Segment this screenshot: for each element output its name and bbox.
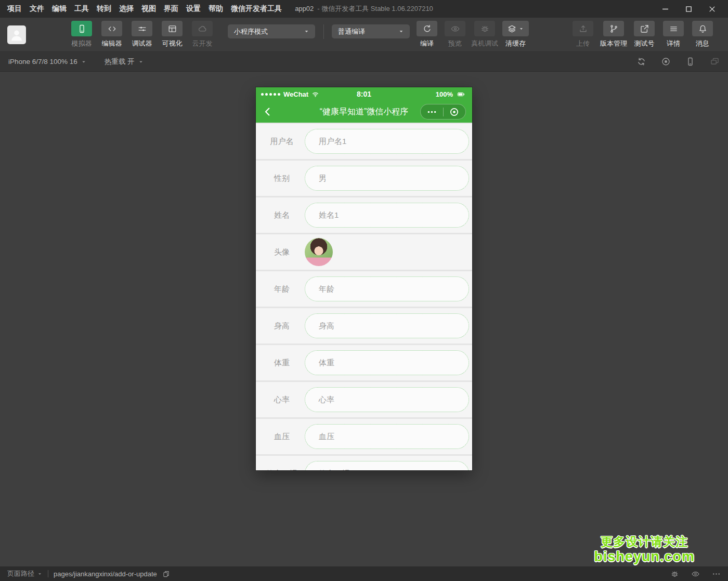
footer-debug-button[interactable]: [670, 570, 679, 578]
mode-select-value: 小程序模式: [234, 27, 268, 36]
age-input[interactable]: 年龄: [305, 276, 469, 301]
test-account-button: [634, 21, 655, 36]
menu-item-11[interactable]: 微信开发者工具: [231, 4, 282, 14]
toolbar-simulator[interactable]: 模拟器: [70, 21, 94, 48]
username-input[interactable]: 用户名1: [305, 129, 469, 154]
toolbar-details[interactable]: 详情: [661, 21, 685, 48]
watermark: 更多设计请关注 bisheyun.com: [594, 535, 695, 564]
record-screen-button[interactable]: [661, 57, 671, 67]
details-button: [663, 21, 684, 36]
heart-rate-input[interactable]: 心率: [305, 387, 469, 412]
layers-icon: [507, 24, 517, 34]
avatar-image[interactable]: [305, 238, 333, 266]
panel-toggle-group: 模拟器编辑器调试器可视化云开发: [70, 21, 214, 48]
sliders-icon: [137, 24, 147, 34]
toolbar-test-account[interactable]: 测试号: [632, 21, 656, 48]
blood-pressure-input[interactable]: 血压: [305, 424, 469, 449]
branch-icon: [609, 24, 619, 34]
back-button[interactable]: [262, 106, 274, 117]
detach-window-button[interactable]: [710, 57, 720, 67]
device-select[interactable]: iPhone 6/7/8 100% 16: [8, 58, 87, 65]
device-frame-button[interactable]: [685, 57, 695, 67]
menu-item-4[interactable]: 工具: [74, 4, 89, 14]
window-title-app: app02: [295, 5, 314, 12]
simulator-canvas: WeChat 8:01 100% “健康早知道”微信小程序 用户名用户名: [0, 72, 728, 566]
toolbar-upload[interactable]: 上传: [571, 21, 595, 48]
form-row-age: 年龄年龄: [256, 271, 472, 307]
copy-icon[interactable]: [162, 570, 170, 578]
phone-simulator: WeChat 8:01 100% “健康早知道”微信小程序 用户名用户名: [256, 87, 472, 470]
menu-item-9[interactable]: 设置: [186, 4, 201, 14]
maximize-button[interactable]: [684, 5, 693, 14]
minimize-button[interactable]: [661, 5, 670, 14]
toolbar-cloud-dev[interactable]: 云开发: [190, 21, 214, 48]
diet-habit-input[interactable]: 饮食习惯: [305, 461, 469, 470]
menu-item-6[interactable]: 选择: [119, 4, 134, 14]
toolbar-right-group: 上传版本管理测试号详情消息: [571, 21, 728, 48]
compile-mode-select[interactable]: 普通编译: [332, 24, 410, 38]
cloud-dev-label: 云开发: [192, 39, 213, 48]
avatar-label: 头像: [263, 247, 301, 257]
gender-input[interactable]: 男: [305, 166, 469, 191]
footer-more-button[interactable]: [712, 570, 721, 578]
menu-item-8[interactable]: 界面: [164, 4, 178, 14]
name-input[interactable]: 姓名1: [305, 203, 469, 228]
window-controls: [661, 5, 721, 14]
close-button[interactable]: [708, 5, 717, 14]
battery-icon: [455, 90, 467, 98]
page-path-select[interactable]: 页面路径: [7, 569, 43, 578]
remote-debug-button: [474, 21, 495, 36]
menu-item-5[interactable]: 转到: [97, 4, 111, 14]
toolbar-remote-debug[interactable]: 真机调试: [471, 21, 498, 48]
user-avatar[interactable]: [7, 25, 26, 44]
weight-input[interactable]: 体重: [305, 350, 469, 375]
toolbar-debugger[interactable]: 调试器: [130, 21, 154, 48]
status-time: 8:01: [357, 90, 371, 98]
footer-preview-button[interactable]: [691, 570, 700, 578]
menu-item-1[interactable]: 项目: [7, 4, 22, 14]
height-input[interactable]: 身高: [305, 313, 469, 338]
toolbar-clear-cache[interactable]: 清缓存: [502, 21, 529, 48]
toolbar-message[interactable]: 消息: [691, 21, 714, 48]
more-menu-button[interactable]: [421, 104, 443, 119]
heart-rate-label: 心率: [263, 395, 301, 405]
refresh-simulator-button[interactable]: [636, 57, 646, 67]
hot-reload-toggle[interactable]: 热重载 开: [105, 57, 144, 67]
exit-miniprogram-button[interactable]: [444, 104, 466, 119]
mode-select[interactable]: 小程序模式: [228, 24, 315, 38]
signal-carrier: WeChat: [261, 90, 319, 98]
main-toolbar: 模拟器编辑器调试器可视化云开发 小程序模式 普通编译 编译预览真机调试清缓存 上…: [0, 18, 728, 52]
form-row-blood-pressure: 血压血压: [256, 419, 472, 454]
window-title-product: - 微信开发者工具 Stable 1.06.2207210: [317, 5, 433, 12]
menu-item-2[interactable]: 文件: [30, 4, 44, 14]
gender-label: 性别: [263, 174, 301, 183]
toolbar-visual[interactable]: 可视化: [160, 21, 184, 48]
form-row-avatar: 头像: [256, 234, 472, 270]
menu-item-10[interactable]: 帮助: [209, 4, 223, 14]
code-icon: [107, 24, 117, 34]
form-row-diet-habit: 饮食习惯饮食习惯: [256, 456, 472, 470]
device-select-label: iPhone 6/7/8 100% 16: [8, 58, 77, 65]
menu-item-3[interactable]: 编辑: [52, 4, 67, 14]
toolbar-compile[interactable]: 编译: [415, 21, 439, 48]
toolbar-editor[interactable]: 编辑器: [100, 21, 124, 48]
cloud-dev-button: [192, 21, 213, 36]
bell-icon: [698, 24, 708, 34]
toolbar-separator: [323, 24, 324, 39]
device-bar-icons: [636, 57, 720, 67]
bug-icon: [480, 24, 490, 34]
details-label: 详情: [667, 39, 680, 48]
caret-down-icon: [398, 28, 405, 35]
battery-indicator: 100%: [436, 90, 467, 98]
form-row-heart-rate: 心率心率: [256, 382, 472, 417]
menu-bar: 项目文件编辑工具转到选择视图界面设置帮助微信开发者工具 app02- 微信开发者…: [0, 0, 728, 18]
toolbar-version-manage[interactable]: 版本管理: [600, 21, 627, 48]
debugger-label: 调试器: [132, 39, 152, 48]
toolbar-preview[interactable]: 预览: [443, 21, 467, 48]
menu-item-7[interactable]: 视图: [141, 4, 156, 14]
clear-cache-button: [502, 21, 529, 36]
window-title: app02- 微信开发者工具 Stable 1.06.2207210: [295, 4, 433, 14]
message-button: [692, 21, 713, 36]
height-label: 身高: [263, 321, 301, 331]
editor-label: 编辑器: [102, 39, 122, 48]
